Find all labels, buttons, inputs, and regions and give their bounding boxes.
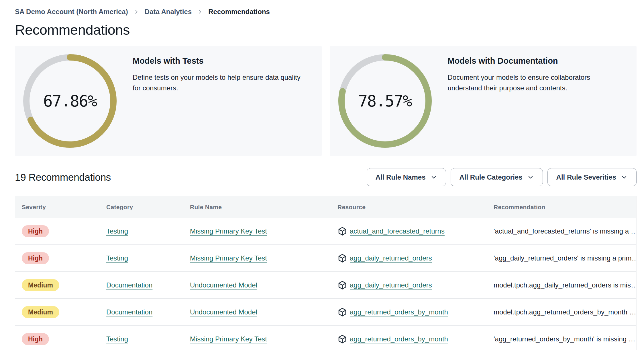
recommendation-cell: model.tpch.agg_returned_orders_by_month …	[487, 308, 636, 316]
model-cube-icon	[337, 280, 347, 290]
category-cell: Testing	[100, 254, 183, 262]
tests-card-description: Define tests on your models to help ensu…	[133, 72, 305, 93]
chevron-right-icon	[133, 9, 140, 15]
resource-cell: actual_and_forecasted_returns	[331, 226, 487, 236]
category-cell: Testing	[100, 335, 183, 343]
summary-cards: 67.86% Models with Tests Define tests on…	[15, 46, 637, 156]
documentation-card-title: Models with Documentation	[448, 56, 620, 66]
category-link[interactable]: Documentation	[106, 308, 152, 316]
recommendations-table: Severity Category Rule Name Resource Rec…	[15, 196, 637, 350]
resource-link[interactable]: agg_returned_orders_by_month	[350, 335, 448, 343]
rule-categories-filter-dropdown[interactable]: All Rule Categories	[451, 168, 543, 186]
rule-name-cell: Missing Primary Key Test	[183, 227, 331, 235]
model-cube-icon	[337, 307, 347, 317]
recommendations-page: SA Demo Account (North America) Data Ana…	[0, 0, 644, 350]
tests-percent-value: 67.86%	[23, 54, 117, 148]
category-link[interactable]: Documentation	[106, 281, 152, 289]
models-with-documentation-card: 78.57% Models with Documentation Documen…	[330, 46, 637, 156]
model-cube-icon	[337, 226, 347, 236]
chevron-down-icon	[527, 174, 534, 181]
chevron-down-icon	[430, 174, 437, 181]
page-title: Recommendations	[15, 22, 637, 38]
severity-badge: Medium	[22, 306, 59, 318]
rule-names-filter-dropdown[interactable]: All Rule Names	[367, 168, 446, 186]
rule-name-cell: Undocumented Model	[183, 308, 331, 316]
rule-names-filter-label: All Rule Names	[376, 173, 426, 181]
rule-name-column-header: Rule Name	[183, 204, 331, 211]
breadcrumb: SA Demo Account (North America) Data Ana…	[15, 6, 637, 17]
breadcrumb-project-link[interactable]: Data Analytics	[145, 8, 192, 16]
severity-cell: High	[15, 252, 100, 264]
rule-name-link[interactable]: Undocumented Model	[190, 308, 257, 316]
severity-cell: High	[15, 225, 100, 237]
filters: All Rule Names All Rule Categories All R…	[367, 168, 637, 186]
recommendation-cell: 'agg_daily_returned_orders' is missing a…	[487, 254, 636, 262]
category-link[interactable]: Testing	[106, 227, 128, 235]
rule-name-link[interactable]: Missing Primary Key Test	[190, 227, 267, 235]
rule-severities-filter-label: All Rule Severities	[556, 173, 616, 181]
resource-link[interactable]: agg_returned_orders_by_month	[350, 308, 448, 316]
severity-cell: Medium	[15, 306, 100, 318]
recommendation-cell: model.tpch.agg_daily_returned_orders is …	[487, 281, 636, 289]
rule-name-cell: Missing Primary Key Test	[183, 335, 331, 343]
breadcrumb-current: Recommendations	[208, 8, 270, 16]
table-row: Medium Documentation Undocumented Model …	[15, 272, 636, 299]
category-cell: Documentation	[100, 281, 183, 289]
models-with-tests-card: 67.86% Models with Tests Define tests on…	[15, 46, 322, 156]
recommendations-toolbar: 19 Recommendations All Rule Names All Ru…	[15, 168, 637, 186]
chevron-down-icon	[621, 174, 628, 181]
rule-name-link[interactable]: Undocumented Model	[190, 281, 257, 289]
tests-card-title: Models with Tests	[133, 56, 305, 66]
resource-link[interactable]: agg_daily_returned_orders	[350, 281, 432, 289]
recommendation-cell: 'agg_returned_orders_by_month' is missin…	[487, 335, 636, 343]
documentation-donut-chart: 78.57%	[338, 54, 432, 148]
category-cell: Documentation	[100, 308, 183, 316]
recommendations-count-heading: 19 Recommendations	[15, 172, 111, 183]
resource-link[interactable]: agg_daily_returned_orders	[350, 254, 432, 262]
rule-name-link[interactable]: Missing Primary Key Test	[190, 254, 267, 262]
model-cube-icon	[337, 334, 347, 344]
resource-cell: agg_returned_orders_by_month	[331, 334, 487, 344]
table-row: Medium Documentation Undocumented Model …	[15, 299, 636, 326]
category-column-header: Category	[100, 204, 183, 211]
recommendation-column-header: Recommendation	[487, 204, 636, 211]
rule-severities-filter-dropdown[interactable]: All Rule Severities	[547, 168, 637, 186]
documentation-card-description: Document your models to ensure collabora…	[448, 72, 620, 93]
model-cube-icon	[337, 253, 347, 263]
table-row: High Testing Missing Primary Key Test ac…	[15, 218, 636, 245]
documentation-card-text: Models with Documentation Document your …	[448, 56, 620, 93]
documentation-percent-value: 78.57%	[338, 54, 432, 148]
rule-categories-filter-label: All Rule Categories	[460, 173, 523, 181]
category-link[interactable]: Testing	[106, 254, 128, 262]
chevron-right-icon	[197, 9, 203, 15]
breadcrumb-account-link[interactable]: SA Demo Account (North America)	[15, 8, 128, 16]
recommendation-cell: 'actual_and_forecasted_returns' is missi…	[487, 227, 636, 235]
resource-cell: agg_returned_orders_by_month	[331, 307, 487, 317]
table-row: High Testing Missing Primary Key Test ag…	[15, 326, 636, 350]
severity-column-header: Severity	[15, 204, 100, 211]
table-header-row: Severity Category Rule Name Resource Rec…	[15, 196, 636, 218]
severity-cell: High	[15, 333, 100, 345]
resource-column-header: Resource	[331, 204, 487, 211]
tests-card-text: Models with Tests Define tests on your m…	[133, 56, 305, 93]
rule-name-link[interactable]: Missing Primary Key Test	[190, 335, 267, 343]
severity-badge: Medium	[22, 279, 59, 291]
severity-cell: Medium	[15, 279, 100, 291]
table-row: High Testing Missing Primary Key Test ag…	[15, 245, 636, 272]
resource-cell: agg_daily_returned_orders	[331, 280, 487, 290]
severity-badge: High	[22, 333, 49, 345]
severity-badge: High	[22, 225, 49, 237]
resource-link[interactable]: actual_and_forecasted_returns	[350, 227, 445, 235]
resource-cell: agg_daily_returned_orders	[331, 253, 487, 263]
rule-name-cell: Undocumented Model	[183, 281, 331, 289]
rule-name-cell: Missing Primary Key Test	[183, 254, 331, 262]
category-link[interactable]: Testing	[106, 335, 128, 343]
tests-donut-chart: 67.86%	[23, 54, 117, 148]
table-body: High Testing Missing Primary Key Test ac…	[15, 218, 636, 350]
category-cell: Testing	[100, 227, 183, 235]
severity-badge: High	[22, 252, 49, 264]
